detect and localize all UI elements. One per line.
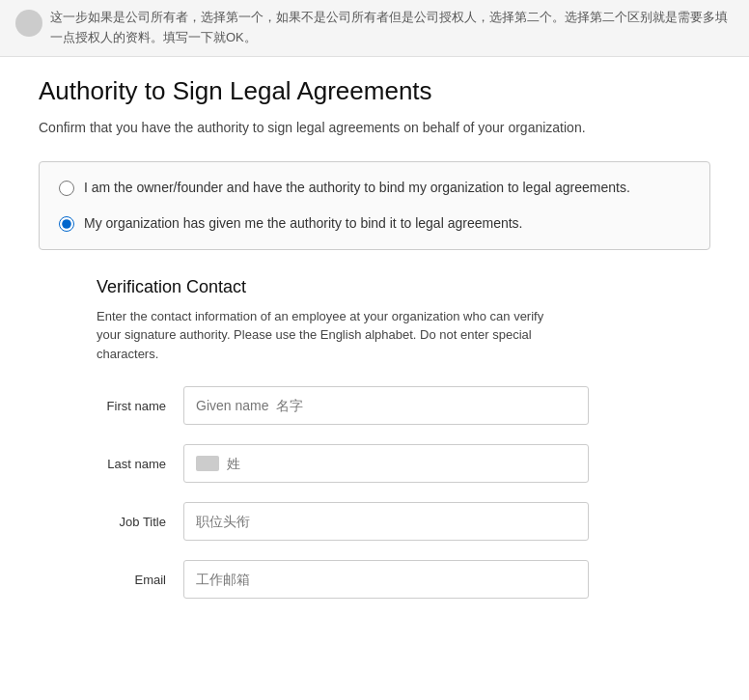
- input-email[interactable]: [183, 560, 589, 599]
- label-last-name: Last name: [97, 457, 183, 471]
- radio-owner-label: I am the owner/founder and have the auth…: [84, 178, 630, 198]
- radio-option-authorized[interactable]: My organization has given me the authori…: [59, 213, 690, 234]
- page-title: Authority to Sign Legal Agreements: [39, 76, 710, 106]
- form-row-email: Email: [97, 560, 710, 599]
- flag-icon: [196, 456, 219, 471]
- verification-description: Enter the contact information of an empl…: [97, 307, 560, 364]
- radio-owner-input[interactable]: [59, 181, 74, 196]
- radio-authorized-label: My organization has given me the authori…: [84, 213, 522, 234]
- form-row-first-name: First name: [97, 386, 710, 425]
- top-note: 这一步如果是公司所有者，选择第一个，如果不是公司所有者但是公司授权人，选择第二个…: [0, 0, 749, 57]
- last-name-input-wrapper: [183, 444, 589, 483]
- verification-title: Verification Contact: [97, 277, 710, 297]
- page-description: Confirm that you have the authority to s…: [39, 118, 710, 138]
- radio-option-owner[interactable]: I am the owner/founder and have the auth…: [59, 178, 690, 198]
- top-note-text: 这一步如果是公司所有者，选择第一个，如果不是公司所有者但是公司授权人，选择第二个…: [50, 8, 734, 48]
- form-row-job-title: Job Title: [97, 502, 710, 541]
- label-first-name: First name: [97, 399, 183, 413]
- label-email: Email: [97, 573, 183, 587]
- input-job-title[interactable]: [183, 502, 589, 541]
- input-first-name[interactable]: [183, 386, 589, 425]
- radio-options-box: I am the owner/founder and have the auth…: [39, 161, 710, 250]
- label-job-title: Job Title: [97, 515, 183, 529]
- radio-authorized-input[interactable]: [59, 216, 74, 232]
- input-last-name[interactable]: [227, 456, 576, 471]
- form-row-last-name: Last name: [97, 444, 710, 483]
- avatar: [15, 10, 42, 37]
